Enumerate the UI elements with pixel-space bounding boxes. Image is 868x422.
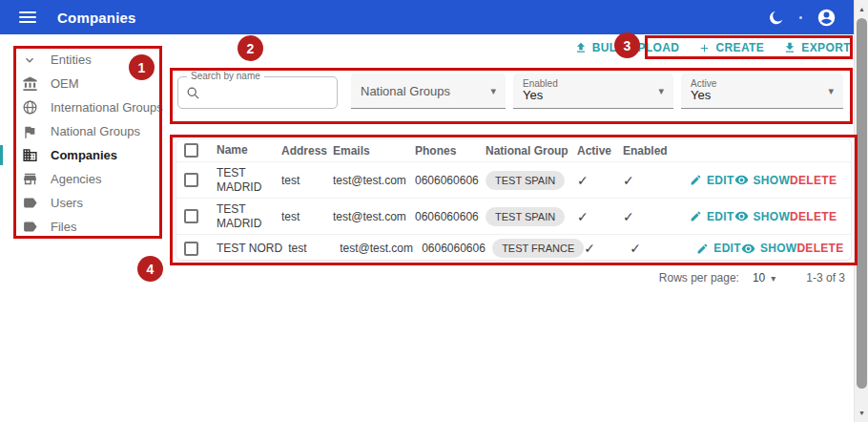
edit-button[interactable]: EDIT xyxy=(696,242,741,255)
companies-table: Name Address Emails Phones National Grou… xyxy=(176,138,852,261)
sidebar-item-national-groups[interactable]: National Groups xyxy=(0,119,168,143)
rows-per-page-value[interactable]: 10 xyxy=(753,271,765,285)
pagination: Rows per page: 10 ▾ 1-3 of 3 xyxy=(659,271,845,285)
create-button[interactable]: CREATE xyxy=(698,41,764,54)
chevron-down-icon xyxy=(21,52,38,69)
search-icon xyxy=(186,86,200,100)
select-all-checkbox[interactable] xyxy=(184,143,198,158)
pencil-icon xyxy=(690,210,702,222)
col-header-emails: Emails xyxy=(333,144,415,158)
pencil-icon xyxy=(696,243,709,255)
national-group-chip: TEST FRANCE xyxy=(492,239,584,258)
delete-button[interactable]: DELETE xyxy=(796,242,843,255)
eye-icon xyxy=(734,209,749,223)
table-row: TEST MADRID test test@test.com 060606060… xyxy=(176,199,851,235)
enabled-select[interactable]: Enabled Yes ▾ xyxy=(513,74,673,109)
col-header-enabled: Enabled xyxy=(623,144,676,158)
enabled-check-icon: ✓ xyxy=(630,241,641,256)
row-checkbox[interactable] xyxy=(184,173,198,187)
filter-bar: Search by name National Groups ▾ Enabled… xyxy=(177,74,847,112)
plus-icon xyxy=(698,42,711,54)
page-scrollbar[interactable]: ▲ ▼ xyxy=(854,0,868,422)
flag-icon xyxy=(21,123,38,140)
col-header-name: Name xyxy=(217,143,281,158)
sidebar-item-label: National Groups xyxy=(51,124,140,138)
delete-button[interactable]: DELETE xyxy=(790,210,837,223)
cell-emails: test@test.com xyxy=(333,174,415,187)
eye-icon xyxy=(734,173,749,187)
enabled-check-icon: ✓ xyxy=(623,209,634,224)
row-checkbox[interactable] xyxy=(184,242,198,256)
active-check-icon: ✓ xyxy=(584,241,595,256)
header-divider-dot xyxy=(799,16,802,19)
col-header-address: Address xyxy=(281,144,333,158)
cell-address: test xyxy=(281,210,333,223)
dark-mode-moon-icon[interactable] xyxy=(765,7,786,28)
bulk-upload-button[interactable]: BULK UPLOAD xyxy=(574,41,680,54)
scroll-up-icon[interactable]: ▲ xyxy=(855,2,868,16)
cell-phones: 0606060606 xyxy=(422,242,492,255)
show-button[interactable]: SHOW xyxy=(734,209,791,223)
search-field[interactable]: Search by name xyxy=(177,76,338,109)
sidebar-item-label: Files xyxy=(51,220,76,234)
active-check-icon: ✓ xyxy=(577,173,589,188)
chevron-down-icon: ▾ xyxy=(658,85,664,97)
national-group-chip: TEST SPAIN xyxy=(486,207,565,226)
sidebar-item-label: OEM xyxy=(51,76,79,91)
cell-address: test xyxy=(281,174,333,187)
show-button[interactable]: SHOW xyxy=(741,242,797,256)
active-check-icon: ✓ xyxy=(577,209,589,224)
sidebar-item-label: Agencies xyxy=(51,172,101,186)
table-header-row: Name Address Emails Phones National Grou… xyxy=(176,139,851,162)
sidebar-item-international-groups[interactable]: International Groups xyxy=(0,95,168,119)
scroll-down-icon[interactable]: ▼ xyxy=(855,406,868,420)
rows-per-page-label: Rows per page: xyxy=(659,271,739,285)
sidebar-item-users[interactable]: Users xyxy=(0,191,168,215)
globe-icon xyxy=(21,99,38,116)
export-button[interactable]: EXPORT xyxy=(783,41,851,54)
sidebar-item-label: International Groups xyxy=(51,100,163,115)
cell-name: TEST MADRID xyxy=(217,202,281,231)
tag-icon xyxy=(21,219,38,236)
col-header-national-group: National Group xyxy=(486,144,577,158)
account-icon[interactable] xyxy=(816,7,837,28)
chevron-down-icon[interactable]: ▾ xyxy=(771,273,775,284)
sidebar-item-files[interactable]: Files xyxy=(0,215,168,239)
sidebar-item-agencies[interactable]: Agencies xyxy=(0,167,168,191)
col-header-phones: Phones xyxy=(415,144,486,158)
sidebar-item-companies[interactable]: Companies xyxy=(0,143,168,167)
scrollbar-thumb[interactable] xyxy=(857,18,867,389)
page-title: Companies xyxy=(57,10,136,26)
row-checkbox[interactable] xyxy=(184,209,198,223)
app-bar: Companies xyxy=(0,0,854,34)
show-button[interactable]: SHOW xyxy=(734,173,791,187)
app-window: Companies ▲ ▼ Entities OEM xyxy=(0,0,868,422)
bank-icon xyxy=(21,75,38,93)
sidebar: Entities OEM International Groups Nation… xyxy=(0,34,168,422)
cell-emails: test@test.com xyxy=(333,210,415,223)
national-groups-select[interactable]: National Groups ▾ xyxy=(351,74,506,109)
sidebar-item-label: Entities xyxy=(51,53,92,67)
pencil-icon xyxy=(690,174,702,186)
cell-name: TEST NORD xyxy=(217,242,288,256)
national-group-chip: TEST SPAIN xyxy=(486,171,565,190)
enabled-check-icon: ✓ xyxy=(623,173,634,188)
eye-icon xyxy=(741,242,755,256)
sidebar-item-label: Companies xyxy=(51,148,117,162)
search-field-label: Search by name xyxy=(187,71,264,81)
menu-icon[interactable] xyxy=(19,11,36,23)
sidebar-item-entities[interactable]: Entities xyxy=(0,48,168,72)
sidebar-item-oem[interactable]: OEM xyxy=(0,72,168,95)
active-select[interactable]: Active Yes ▾ xyxy=(681,74,843,109)
cell-emails: test@test.com xyxy=(340,242,422,255)
cell-phones: 0606060606 xyxy=(415,174,486,187)
edit-button[interactable]: EDIT xyxy=(690,174,734,187)
edit-button[interactable]: EDIT xyxy=(690,210,734,223)
delete-button[interactable]: DELETE xyxy=(790,174,837,187)
search-input[interactable] xyxy=(206,86,311,100)
download-icon xyxy=(783,41,796,54)
table-row: TEST NORD test test@test.com 0606060606 … xyxy=(176,235,851,261)
sidebar-item-label: Users xyxy=(51,196,83,210)
col-header-active: Active xyxy=(577,144,623,158)
building-icon xyxy=(21,147,38,164)
